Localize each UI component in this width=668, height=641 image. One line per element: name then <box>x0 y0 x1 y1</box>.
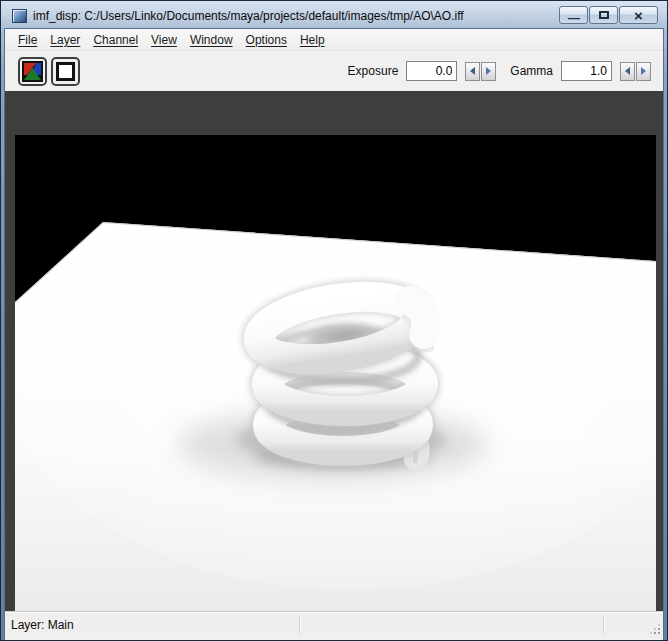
rgb-channels-button[interactable] <box>18 57 47 86</box>
title-bar[interactable]: imf_disp: C:/Users/Linko/Documents/maya/… <box>4 4 664 28</box>
left-arrow-icon <box>625 67 630 75</box>
app-icon <box>12 9 27 23</box>
rgb-channels-icon <box>22 61 43 82</box>
menu-bar: File Layer Channel View Window Options H… <box>5 29 663 51</box>
status-divider <box>603 616 605 634</box>
gamma-input[interactable] <box>561 61 612 81</box>
window-title: imf_disp: C:/Users/Linko/Documents/maya/… <box>33 9 464 23</box>
exposure-increment-button[interactable] <box>481 62 496 81</box>
exposure-decrement-button[interactable] <box>465 62 480 81</box>
left-arrow-icon <box>470 67 475 75</box>
resize-grip-icon[interactable] <box>648 622 660 634</box>
toolbar: Exposure Gamma <box>5 51 663 91</box>
alpha-channel-icon <box>56 62 75 81</box>
minimize-button[interactable]: — <box>559 6 588 24</box>
menu-layer[interactable]: Layer <box>50 33 80 47</box>
menu-window[interactable]: Window <box>190 33 233 47</box>
layer-status: Layer: Main <box>11 618 74 632</box>
status-divider <box>299 616 301 634</box>
maximize-icon <box>599 11 609 19</box>
imf-disp-window: imf_disp: C:/Users/Linko/Documents/maya/… <box>0 0 668 641</box>
rendered-image <box>15 135 656 611</box>
viewer-canvas[interactable] <box>5 91 663 611</box>
right-arrow-icon <box>641 67 646 75</box>
gamma-increment-button[interactable] <box>636 62 651 81</box>
maximize-button[interactable] <box>589 6 618 24</box>
menu-file[interactable]: File <box>18 33 37 47</box>
menu-help[interactable]: Help <box>300 33 325 47</box>
close-button[interactable]: × <box>619 6 658 24</box>
menu-view[interactable]: View <box>151 33 177 47</box>
menu-options[interactable]: Options <box>246 33 287 47</box>
alpha-channel-button[interactable] <box>51 57 80 86</box>
gamma-decrement-button[interactable] <box>620 62 635 81</box>
menu-channel[interactable]: Channel <box>93 33 138 47</box>
gamma-label: Gamma <box>510 64 553 78</box>
status-bar: Layer: Main <box>5 611 663 638</box>
right-arrow-icon <box>486 67 491 75</box>
close-icon: × <box>634 8 643 23</box>
minimize-icon: — <box>568 12 579 24</box>
exposure-label: Exposure <box>348 64 399 78</box>
exposure-input[interactable] <box>406 61 457 81</box>
